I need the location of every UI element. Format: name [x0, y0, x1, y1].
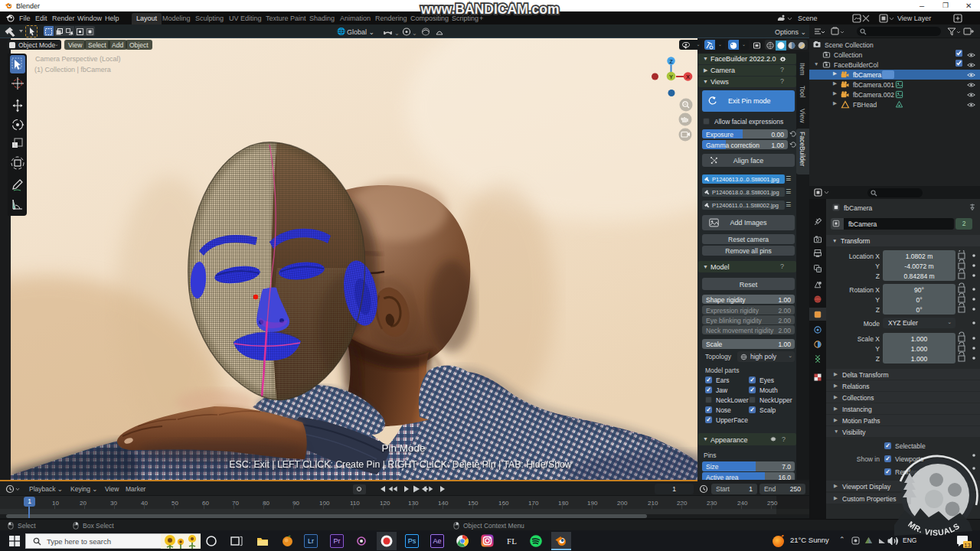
svg-text:Pin Mode: Pin Mode: [381, 442, 425, 454]
svg-text:⌄: ⌄: [412, 30, 417, 37]
svg-text:X: X: [686, 73, 690, 80]
svg-text:ESC: Exit | LEFT CLICK: Create: ESC: Exit | LEFT CLICK: Create Pin | RIG…: [229, 459, 572, 470]
svg-text:www.BANDICAM.com: www.BANDICAM.com: [420, 2, 559, 17]
svg-text:Z: Z: [669, 58, 673, 65]
svg-text:⌄: ⌄: [394, 30, 400, 37]
svg-text:Y: Y: [669, 73, 673, 80]
